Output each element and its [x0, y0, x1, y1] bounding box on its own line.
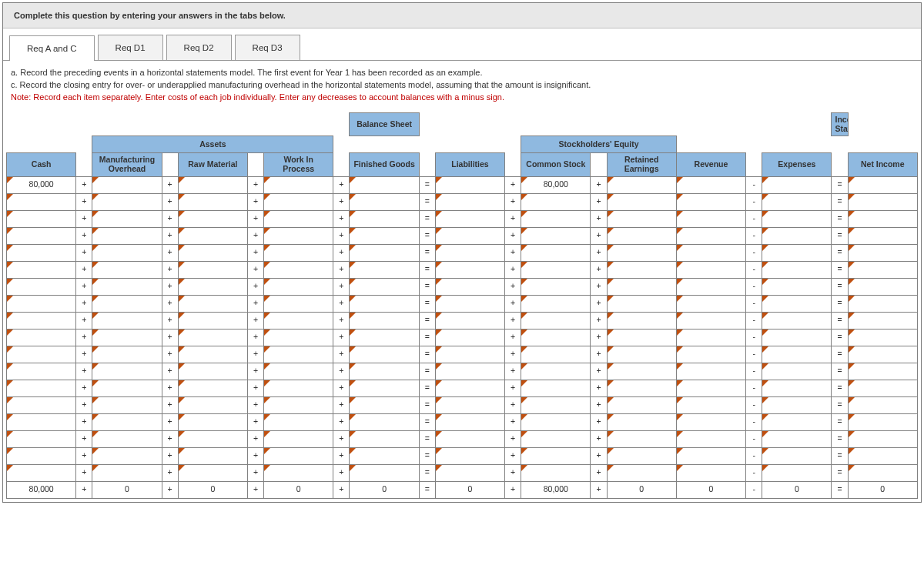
- input-cell[interactable]: [350, 464, 419, 481]
- input-cell[interactable]: [521, 329, 591, 346]
- input-cell[interactable]: [435, 430, 504, 447]
- input-cell[interactable]: [607, 447, 676, 464]
- input-cell[interactable]: [435, 396, 504, 413]
- input-cell[interactable]: [92, 261, 162, 278]
- input-cell[interactable]: [350, 295, 419, 312]
- input-cell[interactable]: [92, 244, 162, 261]
- input-cell[interactable]: [607, 363, 676, 380]
- input-cell[interactable]: [607, 413, 676, 430]
- input-cell[interactable]: 80,000: [7, 176, 76, 193]
- input-cell[interactable]: [435, 261, 504, 278]
- input-cell[interactable]: [435, 312, 504, 329]
- input-cell[interactable]: [762, 193, 832, 210]
- input-cell[interactable]: [762, 413, 832, 430]
- input-cell[interactable]: [762, 380, 832, 396]
- input-cell[interactable]: [7, 346, 76, 363]
- input-cell[interactable]: [264, 261, 333, 278]
- input-cell[interactable]: 80,000: [521, 176, 591, 193]
- input-cell[interactable]: [607, 227, 676, 244]
- input-cell[interactable]: [607, 396, 676, 413]
- input-cell[interactable]: [848, 227, 917, 244]
- input-cell[interactable]: [435, 380, 504, 396]
- input-cell[interactable]: [178, 295, 247, 312]
- tab-req-d3[interactable]: Req D3: [235, 35, 300, 60]
- input-cell[interactable]: [92, 447, 162, 464]
- input-cell[interactable]: [521, 295, 591, 312]
- input-cell[interactable]: [607, 464, 676, 481]
- input-cell[interactable]: [848, 447, 917, 464]
- input-cell[interactable]: [350, 346, 419, 363]
- input-cell[interactable]: [7, 261, 76, 278]
- input-cell[interactable]: [762, 447, 832, 464]
- input-cell[interactable]: [762, 295, 832, 312]
- input-cell[interactable]: [7, 312, 76, 329]
- input-cell[interactable]: [848, 312, 917, 329]
- input-cell[interactable]: [264, 193, 333, 210]
- input-cell[interactable]: [521, 363, 591, 380]
- input-cell[interactable]: [178, 464, 247, 481]
- input-cell[interactable]: [676, 464, 745, 481]
- input-cell[interactable]: [762, 227, 832, 244]
- input-cell[interactable]: [264, 295, 333, 312]
- input-cell[interactable]: [350, 244, 419, 261]
- input-cell[interactable]: [92, 227, 162, 244]
- input-cell[interactable]: [435, 329, 504, 346]
- input-cell[interactable]: [178, 210, 247, 227]
- input-cell[interactable]: [521, 413, 591, 430]
- input-cell[interactable]: [7, 244, 76, 261]
- input-cell[interactable]: [676, 227, 745, 244]
- input-cell[interactable]: [607, 430, 676, 447]
- input-cell[interactable]: [848, 329, 917, 346]
- input-cell[interactable]: [762, 464, 832, 481]
- input-cell[interactable]: [607, 244, 676, 261]
- input-cell[interactable]: [178, 261, 247, 278]
- input-cell[interactable]: [762, 430, 832, 447]
- input-cell[interactable]: [264, 176, 333, 193]
- input-cell[interactable]: [848, 363, 917, 380]
- input-cell[interactable]: [178, 430, 247, 447]
- input-cell[interactable]: [7, 329, 76, 346]
- input-cell[interactable]: [435, 346, 504, 363]
- input-cell[interactable]: [848, 430, 917, 447]
- input-cell[interactable]: [521, 227, 591, 244]
- input-cell[interactable]: [435, 278, 504, 295]
- input-cell[interactable]: [264, 312, 333, 329]
- input-cell[interactable]: [676, 261, 745, 278]
- input-cell[interactable]: [762, 278, 832, 295]
- input-cell[interactable]: [762, 244, 832, 261]
- input-cell[interactable]: [435, 295, 504, 312]
- input-cell[interactable]: [848, 396, 917, 413]
- input-cell[interactable]: [848, 244, 917, 261]
- input-cell[interactable]: [178, 346, 247, 363]
- input-cell[interactable]: [607, 210, 676, 227]
- input-cell[interactable]: [350, 278, 419, 295]
- input-cell[interactable]: [350, 176, 419, 193]
- tab-req-d2[interactable]: Req D2: [166, 35, 232, 60]
- input-cell[interactable]: [848, 176, 917, 193]
- input-cell[interactable]: [7, 363, 76, 380]
- input-cell[interactable]: [7, 464, 76, 481]
- input-cell[interactable]: [350, 396, 419, 413]
- input-cell[interactable]: [350, 380, 419, 396]
- input-cell[interactable]: [92, 363, 162, 380]
- input-cell[interactable]: [350, 413, 419, 430]
- input-cell[interactable]: [178, 227, 247, 244]
- input-cell[interactable]: [178, 380, 247, 396]
- input-cell[interactable]: [848, 295, 917, 312]
- input-cell[interactable]: [7, 193, 76, 210]
- input-cell[interactable]: [435, 447, 504, 464]
- input-cell[interactable]: [92, 413, 162, 430]
- input-cell[interactable]: [676, 295, 745, 312]
- input-cell[interactable]: [676, 447, 745, 464]
- input-cell[interactable]: [350, 312, 419, 329]
- input-cell[interactable]: [92, 193, 162, 210]
- input-cell[interactable]: [92, 396, 162, 413]
- input-cell[interactable]: [7, 295, 76, 312]
- input-cell[interactable]: [435, 413, 504, 430]
- input-cell[interactable]: [178, 193, 247, 210]
- input-cell[interactable]: [521, 464, 591, 481]
- input-cell[interactable]: [521, 261, 591, 278]
- input-cell[interactable]: [92, 329, 162, 346]
- input-cell[interactable]: [762, 312, 832, 329]
- input-cell[interactable]: [435, 176, 504, 193]
